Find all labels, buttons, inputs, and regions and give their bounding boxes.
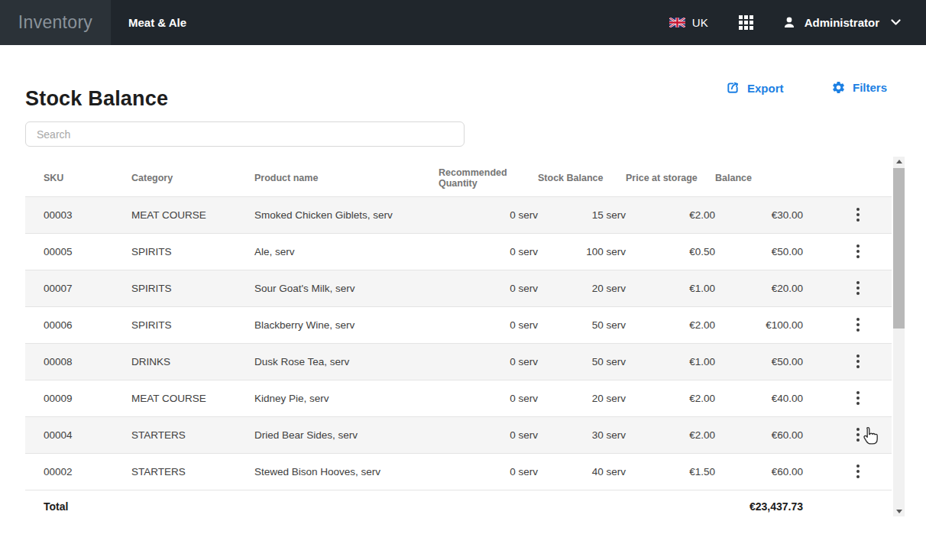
column-header-price-at-storage[interactable]: Price at storage — [626, 160, 715, 196]
user-menu[interactable]: Administrator — [781, 15, 901, 31]
cell-balance: €50.00 — [715, 343, 803, 380]
cell-stock-balance: 50 serv — [538, 343, 626, 380]
cell-sku: 00004 — [25, 416, 113, 453]
table-row[interactable]: 00004 STARTERS Dried Bear Sides, serv 0 … — [25, 416, 892, 453]
column-header-sku[interactable]: SKU — [25, 160, 113, 196]
table-row[interactable]: 00005 SPIRITS Ale, serv 0 serv 100 serv … — [25, 233, 892, 270]
total-value: €23,437.73 — [715, 490, 803, 523]
table-row[interactable]: 00008 DRINKS Dusk Rose Tea, serv 0 serv … — [25, 343, 892, 380]
vertical-scrollbar[interactable] — [893, 157, 905, 516]
cell-stock-balance: 50 serv — [538, 306, 626, 343]
cell-sku: 00006 — [25, 306, 113, 343]
scroll-down-button[interactable] — [893, 507, 905, 516]
kebab-menu-icon — [856, 281, 860, 284]
cell-price-at-storage: €1.00 — [626, 343, 715, 380]
cell-sku: 00002 — [25, 453, 113, 490]
app-logo[interactable]: Inventory — [0, 0, 111, 45]
cell-product-name: Kidney Pie, serv — [236, 380, 439, 416]
cell-balance: €30.00 — [715, 196, 803, 233]
column-header-product-name[interactable]: Product name — [236, 160, 439, 196]
row-actions-button[interactable] — [849, 277, 867, 299]
filters-button[interactable]: Filters — [830, 79, 889, 96]
user-label: Administrator — [805, 16, 879, 29]
cell-price-at-storage: €2.00 — [626, 196, 715, 233]
cell-recommended-quantity: 0 serv — [439, 343, 538, 380]
cell-price-at-storage: €2.00 — [626, 380, 715, 416]
apps-menu-button[interactable] — [739, 15, 753, 30]
cell-recommended-quantity: 0 serv — [439, 270, 538, 306]
row-actions-button[interactable] — [849, 240, 867, 263]
gear-icon — [831, 80, 846, 95]
search-input[interactable] — [25, 121, 465, 147]
cell-price-at-storage: €1.00 — [626, 270, 715, 306]
cell-recommended-quantity: 0 serv — [439, 380, 538, 416]
cell-product-name: Sour Goat's Milk, serv — [236, 270, 439, 306]
row-actions-button[interactable] — [849, 350, 867, 373]
cell-balance: €60.00 — [715, 416, 803, 453]
apps-grid-icon — [739, 15, 753, 30]
row-actions-button[interactable] — [849, 460, 867, 483]
cell-price-at-storage: €2.00 — [626, 416, 715, 453]
cell-price-at-storage: €1.50 — [626, 453, 715, 490]
table-row[interactable]: 00003 MEAT COURSE Smoked Chicken Giblets… — [25, 196, 892, 233]
cell-sku: 00005 — [25, 233, 113, 270]
cell-category: SPIRITS — [113, 270, 236, 306]
kebab-menu-icon — [856, 244, 860, 248]
cell-stock-balance: 40 serv — [538, 453, 626, 490]
cell-recommended-quantity: 0 serv — [439, 453, 538, 490]
total-label: Total — [25, 490, 113, 523]
cell-price-at-storage: €2.00 — [626, 306, 715, 343]
cell-product-name: Dusk Rose Tea, serv — [236, 343, 439, 380]
column-header-category[interactable]: Category — [113, 160, 236, 196]
table-body: 00003 MEAT COURSE Smoked Chicken Giblets… — [25, 196, 892, 490]
filters-label: Filters — [853, 81, 887, 94]
chevron-down-icon — [891, 19, 901, 26]
cell-category: DRINKS — [113, 343, 236, 380]
cell-sku: 00008 — [25, 343, 113, 380]
scroll-up-button[interactable] — [893, 157, 905, 167]
cell-stock-balance: 100 serv — [538, 233, 626, 270]
row-actions-button[interactable] — [849, 313, 867, 336]
cell-product-name: Dried Bear Sides, serv — [236, 416, 439, 453]
export-icon — [725, 80, 740, 95]
triangle-down-icon — [896, 510, 902, 513]
table-header-row: SKU Category Product name Recommended Qu… — [25, 160, 892, 196]
person-icon — [781, 15, 798, 31]
export-button[interactable]: Export — [724, 79, 785, 97]
triangle-up-icon — [896, 160, 902, 163]
context-title: Meat & Ale — [128, 16, 186, 29]
scrollbar-thumb[interactable] — [893, 168, 905, 329]
row-actions-button[interactable] — [849, 423, 867, 446]
kebab-menu-icon — [856, 208, 860, 211]
cell-category: MEAT COURSE — [113, 380, 236, 416]
column-header-recommended-quantity[interactable]: Recommended Quantity — [439, 160, 538, 196]
column-header-stock-balance[interactable]: Stock Balance — [538, 160, 626, 196]
language-label: UK — [692, 16, 708, 29]
table-row[interactable]: 00007 SPIRITS Sour Goat's Milk, serv 0 s… — [25, 270, 892, 306]
uk-flag-icon — [669, 18, 685, 28]
language-switcher[interactable]: UK — [669, 16, 708, 29]
kebab-menu-icon — [856, 318, 860, 321]
cell-category: SPIRITS — [113, 233, 236, 270]
row-actions-button[interactable] — [849, 203, 867, 226]
cell-sku: 00009 — [25, 380, 113, 416]
cell-product-name: Blackberry Wine, serv — [236, 306, 439, 343]
kebab-menu-icon — [856, 465, 860, 468]
topbar-right: UK Administrator — [669, 15, 901, 31]
table-row[interactable]: 00006 SPIRITS Blackberry Wine, serv 0 se… — [25, 306, 892, 343]
cell-price-at-storage: €0.50 — [626, 233, 715, 270]
column-header-actions — [803, 160, 892, 196]
cell-balance: €100.00 — [715, 306, 803, 343]
cell-stock-balance: 30 serv — [538, 416, 626, 453]
column-header-balance[interactable]: Balance — [715, 160, 803, 196]
cell-product-name: Stewed Bison Hooves, serv — [236, 453, 439, 490]
table-row[interactable]: 00009 MEAT COURSE Kidney Pie, serv 0 ser… — [25, 380, 892, 416]
app-title: Inventory — [18, 12, 92, 33]
export-label: Export — [747, 82, 784, 95]
total-row: Total €23,437.73 — [25, 490, 892, 523]
row-actions-button[interactable] — [849, 387, 867, 409]
cell-recommended-quantity: 0 serv — [439, 416, 538, 453]
cell-recommended-quantity: 0 serv — [439, 306, 538, 343]
kebab-menu-icon — [856, 354, 860, 358]
table-row[interactable]: 00002 STARTERS Stewed Bison Hooves, serv… — [25, 453, 892, 490]
